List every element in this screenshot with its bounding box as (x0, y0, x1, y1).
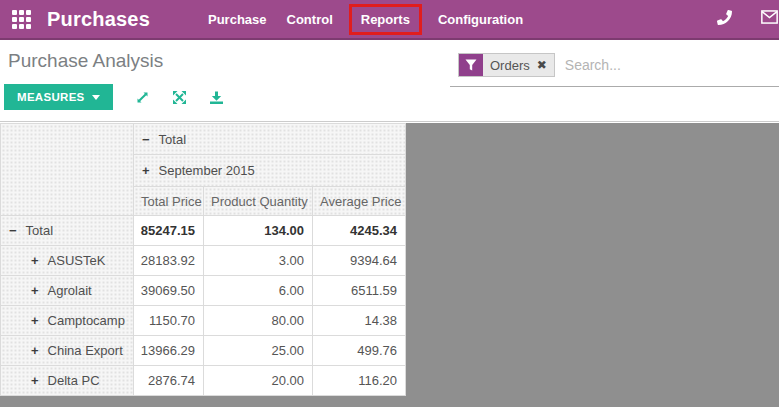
cell-total-price: 1150.70 (134, 306, 204, 336)
row-header-asustek[interactable]: +ASUSTeK (1, 246, 134, 276)
row-header-china-export[interactable]: +China Export (1, 336, 134, 366)
expand-icon[interactable]: + (31, 373, 39, 388)
row-label: China Export (48, 343, 123, 358)
row-header-total[interactable]: −Total (1, 216, 134, 246)
cell-average-price: 6511.59 (313, 276, 406, 306)
top-navbar: Purchases Purchase Control Reports Confi… (0, 0, 779, 40)
search-view: Orders ✖ (450, 44, 779, 87)
menu-configuration[interactable]: Configuration (428, 4, 533, 35)
cell-total-price: 28183.92 (134, 246, 204, 276)
cell-product-quantity: 25.00 (204, 336, 313, 366)
cell-total-price: 39069.50 (134, 276, 204, 306)
row-label: Agrolait (48, 283, 92, 298)
measure-header-product-quantity[interactable]: Product Quantity (204, 187, 313, 216)
cell-product-quantity: 80.00 (204, 306, 313, 336)
cell-average-price: 499.76 (313, 336, 406, 366)
cell-average-price: 4245.34 (313, 216, 406, 246)
expand-icon[interactable]: + (31, 313, 39, 328)
main-menu: Purchase Control Reports Configuration (198, 4, 533, 35)
content-canvas: −Total +September 2015 Total Price Produ… (0, 123, 779, 407)
expand-icon[interactable]: + (31, 283, 39, 298)
download-icon[interactable] (209, 90, 224, 105)
cell-total-price: 2876.74 (134, 366, 204, 396)
row-label: Delta PC (48, 373, 100, 388)
table-row: +Agrolait 39069.50 6.00 6511.59 (1, 276, 406, 306)
pivot-table: −Total +September 2015 Total Price Produ… (0, 123, 406, 396)
row-header-agrolait[interactable]: +Agrolait (1, 276, 134, 306)
row-header-delta-pc[interactable]: +Delta PC (1, 366, 134, 396)
cell-total-price: 85247.15 (134, 216, 204, 246)
apps-grid-icon[interactable] (12, 10, 31, 29)
col-header-total-label: Total (159, 132, 186, 147)
cell-product-quantity: 134.00 (204, 216, 313, 246)
menu-purchase[interactable]: Purchase (198, 4, 277, 35)
chevron-down-icon (92, 95, 100, 100)
cell-average-price: 116.20 (313, 366, 406, 396)
row-label: Camptocamp (48, 313, 125, 328)
row-label: Total (26, 223, 53, 238)
filter-funnel-icon (459, 54, 483, 76)
table-row: −Total 85247.15 134.00 4245.34 (1, 216, 406, 246)
pivot-toolbar: MEASURES (4, 84, 224, 110)
collapse-icon[interactable]: − (142, 132, 150, 147)
expand-icon[interactable]: + (31, 253, 39, 268)
expand-icon[interactable]: + (142, 163, 150, 178)
cell-product-quantity: 6.00 (204, 276, 313, 306)
menu-control[interactable]: Control (277, 4, 343, 35)
col-header-month-label: September 2015 (159, 163, 255, 178)
col-header-total[interactable]: −Total (134, 124, 406, 155)
expand-icon[interactable]: + (31, 343, 39, 358)
table-row: +China Export 13966.29 25.00 499.76 (1, 336, 406, 366)
collapse-icon[interactable]: − (9, 223, 17, 238)
measures-button[interactable]: MEASURES (4, 84, 113, 110)
facet-body: Orders ✖ (483, 54, 554, 76)
facet-remove-icon[interactable]: ✖ (537, 59, 547, 71)
menu-reports annotation-highlight[interactable]: Reports (349, 4, 422, 35)
table-row: +ASUSTeK 28183.92 3.00 9394.64 (1, 246, 406, 276)
cell-average-price: 9394.64 (313, 246, 406, 276)
measure-header-total-price[interactable]: Total Price (134, 187, 204, 216)
table-row: +Camptocamp 1150.70 80.00 14.38 (1, 306, 406, 336)
measures-button-label: MEASURES (17, 91, 85, 103)
pivot-corner-cell (1, 124, 134, 216)
col-header-september-2015[interactable]: +September 2015 (134, 155, 406, 187)
page-title: Purchase Analysis (8, 50, 163, 72)
expand-all-icon[interactable] (172, 90, 187, 105)
app-title: Purchases (47, 8, 150, 31)
phone-icon[interactable] (717, 10, 735, 28)
cell-product-quantity: 3.00 (204, 246, 313, 276)
table-row: +Delta PC 2876.74 20.00 116.20 (1, 366, 406, 396)
flip-axis-icon[interactable] (135, 90, 150, 105)
row-label: ASUSTeK (48, 253, 106, 268)
row-header-camptocamp[interactable]: +Camptocamp (1, 306, 134, 336)
envelope-icon[interactable] (761, 10, 779, 28)
search-input[interactable] (555, 57, 779, 73)
cell-total-price: 13966.29 (134, 336, 204, 366)
control-panel: Purchase Analysis Orders ✖ MEASURES (0, 40, 779, 122)
measure-header-average-price[interactable]: Average Price (313, 187, 406, 216)
facet-label: Orders (490, 58, 530, 73)
topbar-right-icons (691, 10, 769, 28)
cell-average-price: 14.38 (313, 306, 406, 336)
search-facet-orders: Orders ✖ (458, 53, 555, 77)
cell-product-quantity: 20.00 (204, 366, 313, 396)
